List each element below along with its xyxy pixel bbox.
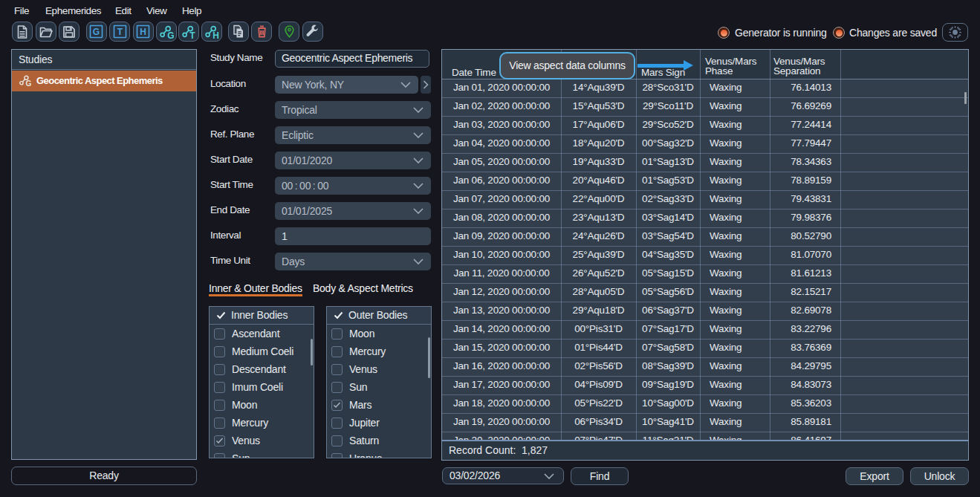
svg-text:G: G: [26, 79, 31, 87]
svg-text:G: G: [167, 30, 174, 39]
svg-text:T: T: [189, 30, 195, 39]
svg-text:H: H: [212, 30, 219, 39]
svg-text:T: T: [117, 27, 123, 37]
svg-text:G: G: [93, 27, 100, 37]
svg-text:H: H: [140, 27, 146, 37]
